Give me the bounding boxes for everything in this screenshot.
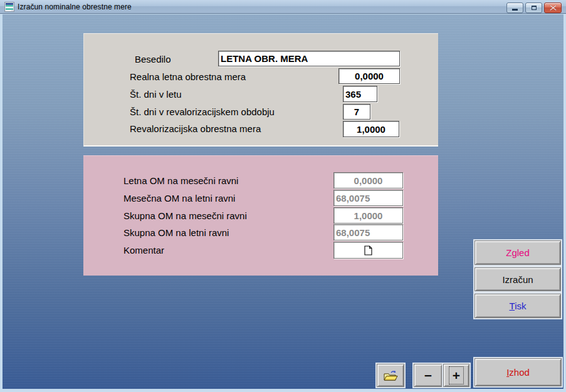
label-mesecna-om-letna: Mesečna OM na letni ravni [123, 193, 235, 204]
input-panel: Besedilo Realna letna obrestna mera Št. … [83, 33, 438, 147]
document-icon [364, 245, 372, 255]
decrement-button[interactable]: − [414, 364, 443, 387]
open-folder-icon [383, 369, 398, 381]
zgled-button[interactable]: Zgled [474, 240, 561, 265]
realna-om-input[interactable] [338, 68, 400, 84]
tisk-button[interactable]: Tisk [474, 294, 561, 318]
client-area: Besedilo Realna letna obrestna mera Št. … [3, 14, 563, 389]
open-button[interactable] [377, 364, 404, 387]
label-skupna-om-mesecna: Skupna OM na mesečni ravni [123, 210, 247, 221]
plus-icon: + [453, 369, 460, 382]
label-realna-om: Realna letna obrestna mera [130, 71, 246, 82]
zgled-button-label: Zgled [506, 247, 530, 258]
minimize-icon [512, 9, 518, 11]
result-panel: Letna OM na mesečni ravni Mesečna OM na … [83, 155, 438, 276]
dni-v-letu-input[interactable] [343, 86, 377, 102]
increment-button[interactable]: + [443, 364, 469, 387]
app-icon [4, 2, 14, 12]
label-dni-v-letu: Št. dni v letu [130, 89, 182, 100]
tisk-button-label: Tisk [510, 301, 527, 311]
label-komentar: Komentar [123, 245, 164, 255]
restore-button[interactable] [525, 3, 542, 13]
close-button[interactable] [544, 3, 562, 13]
izhod-button[interactable]: Izhod [474, 358, 562, 386]
komentar-field[interactable] [333, 242, 403, 259]
skupna-om-letna-output[interactable] [333, 224, 403, 240]
minus-icon: − [424, 369, 432, 382]
dni-revalorizacija-input[interactable] [343, 104, 370, 120]
label-revalorizacijska-om: Revalorizacijska obrestna mera [130, 123, 261, 134]
izracun-button[interactable]: Izračun [474, 267, 561, 291]
label-letna-om-mesecna: Letna OM na mesečni ravni [123, 175, 238, 186]
app-window: Izračun nominalne obrestne mere Besedilo… [0, 0, 566, 392]
close-icon [550, 5, 557, 11]
izracun-button-label: Izračun [502, 274, 533, 285]
window-title: Izračun nominalne obrestne mere [18, 3, 132, 11]
letna-om-mesecna-output[interactable] [333, 172, 403, 188]
revalorizacijska-om-input[interactable] [343, 121, 399, 137]
label-skupna-om-letna: Skupna OM na letni ravni [123, 227, 229, 238]
focus-rectangle: + [449, 366, 464, 384]
skupna-om-mesecna-output[interactable] [333, 207, 403, 224]
izhod-button-label: Izhod [506, 367, 530, 378]
label-dni-revalorizacija: Št. dni v revalorizacijskem obdobju [130, 106, 275, 117]
minimize-button[interactable] [506, 3, 523, 13]
besedilo-input[interactable] [218, 51, 400, 66]
mesecna-om-letna-output[interactable] [333, 190, 403, 206]
label-besedilo: Besedilo [135, 54, 171, 64]
titlebar[interactable]: Izračun nominalne obrestne mere [0, 0, 566, 14]
restore-icon [532, 6, 537, 10]
